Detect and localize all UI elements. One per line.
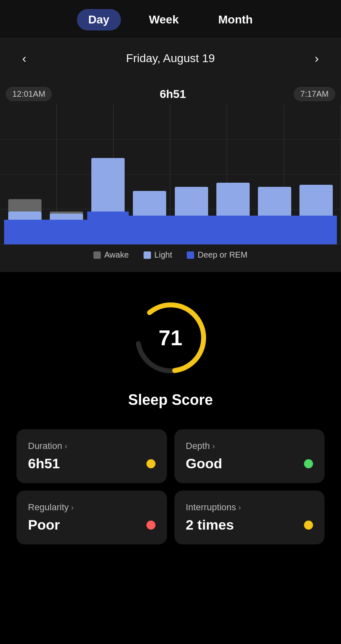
- prev-arrow[interactable]: ‹: [16, 50, 32, 67]
- current-date: Friday, August 19: [126, 52, 215, 65]
- bar-deep-6: [254, 216, 295, 244]
- metric-dot-depth: [304, 459, 313, 468]
- bar-deep-0: [4, 220, 46, 244]
- bar-group-3: [129, 105, 170, 244]
- light-dot: [144, 251, 151, 259]
- bar-light-4: [175, 187, 208, 216]
- metric-value-row-depth: Good: [186, 456, 313, 472]
- bar-deep-7: [295, 216, 337, 244]
- time-labels: 12:01AM 6h51 7:17AM: [0, 79, 341, 105]
- metric-card-regularity[interactable]: Regularity › Poor: [16, 491, 167, 544]
- metric-dot-duration: [146, 459, 155, 468]
- awake-dot: [93, 251, 101, 259]
- legend-awake: Awake: [93, 250, 129, 260]
- bar-light-6: [258, 187, 291, 216]
- bar-light-7: [299, 185, 333, 216]
- metric-card-duration[interactable]: Duration › 6h51: [16, 429, 167, 483]
- metric-header-regularity: Regularity ›: [28, 502, 155, 513]
- metric-card-interruptions[interactable]: Interruptions › 2 times: [174, 491, 325, 544]
- legend-light: Light: [144, 250, 172, 260]
- bar-light-0: [8, 212, 42, 220]
- bar-group-1: [46, 105, 87, 244]
- metric-dot-interruptions: [304, 521, 313, 530]
- metric-value-row-duration: 6h51: [28, 456, 155, 472]
- metric-value-duration: 6h51: [28, 456, 60, 472]
- deep-dot: [187, 251, 194, 259]
- bar-group-7: [295, 105, 337, 244]
- start-time-badge: 12:01AM: [6, 87, 52, 101]
- bar-deep-2: [87, 212, 129, 244]
- bar-deep-5: [212, 216, 254, 244]
- bar-deep-4: [171, 216, 212, 244]
- score-section: 71 Sleep Score Duration › 6h51 Depth › G…: [0, 272, 341, 557]
- metric-value-regularity: Poor: [28, 517, 60, 533]
- metrics-grid: Duration › 6h51 Depth › Good Regularity: [8, 429, 333, 544]
- bar-light-1: [50, 214, 83, 220]
- chevron-icon-duration: ›: [65, 442, 67, 451]
- bar-group-2: [87, 105, 129, 244]
- metric-header-duration: Duration ›: [28, 441, 155, 451]
- tab-bar: Day Week Month: [0, 0, 341, 38]
- sleep-chart-area: 12:01AM 6h51 7:17AM Awake Light Deep or …: [0, 79, 341, 272]
- bar-deep-1: [46, 220, 87, 244]
- metric-header-interruptions: Interruptions ›: [186, 502, 313, 513]
- legend-deep: Deep or REM: [187, 250, 247, 260]
- bar-deep-3: [129, 216, 170, 244]
- sleep-score-label: Sleep Score: [128, 391, 213, 409]
- score-ring: 71: [130, 297, 212, 379]
- metric-value-row-regularity: Poor: [28, 517, 155, 533]
- date-navigation: ‹ Friday, August 19 ›: [0, 38, 341, 79]
- bar-light-3: [133, 191, 166, 216]
- chart-legend: Awake Light Deep or REM: [0, 244, 341, 264]
- bar-chart: [0, 105, 341, 244]
- next-arrow[interactable]: ›: [309, 50, 325, 67]
- bar-awake-0: [8, 199, 42, 212]
- duration-label: 6h51: [160, 88, 186, 101]
- metric-card-depth[interactable]: Depth › Good: [174, 429, 325, 483]
- metric-value-interruptions: 2 times: [186, 517, 234, 533]
- metric-value-row-interruptions: 2 times: [186, 517, 313, 533]
- chevron-icon-interruptions: ›: [239, 503, 241, 512]
- metric-value-depth: Good: [186, 456, 223, 472]
- metric-dot-regularity: [146, 521, 155, 530]
- metric-header-depth: Depth ›: [186, 441, 313, 451]
- bar-light-5: [216, 183, 250, 216]
- end-time-badge: 7:17AM: [294, 87, 335, 101]
- bar-group-5: [212, 105, 254, 244]
- tab-month[interactable]: Month: [207, 9, 264, 30]
- tab-day[interactable]: Day: [77, 9, 121, 30]
- bar-light-2: [91, 158, 125, 212]
- bar-group-4: [171, 105, 212, 244]
- chevron-icon-depth: ›: [212, 442, 215, 451]
- bar-group-0: [4, 105, 46, 244]
- score-value: 71: [159, 325, 183, 350]
- chevron-icon-regularity: ›: [71, 503, 74, 512]
- tab-week[interactable]: Week: [137, 9, 190, 30]
- bar-group-6: [254, 105, 295, 244]
